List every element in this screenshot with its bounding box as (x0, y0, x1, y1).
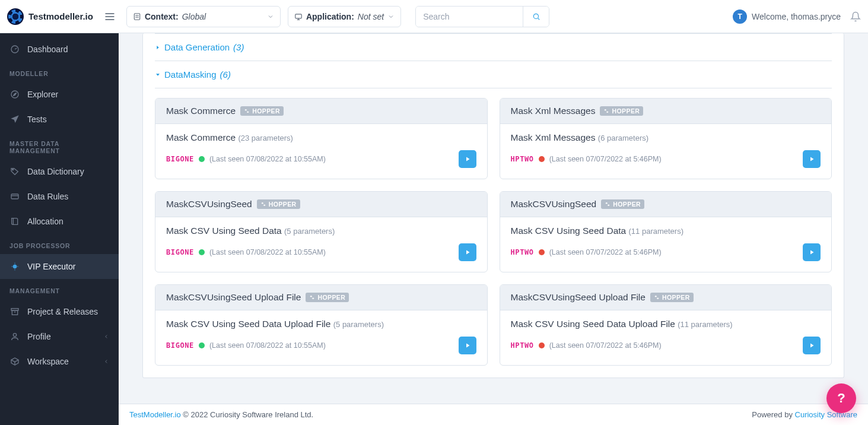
host-name: BIGONE (166, 341, 194, 350)
run-button[interactable] (803, 243, 821, 261)
card-description: Mask CSV Using Seed Data (5 parameters) (166, 226, 476, 236)
run-button[interactable] (459, 150, 476, 168)
svg-point-20 (13, 265, 17, 269)
status-dot-icon (539, 156, 545, 162)
sidebar-item-tests[interactable]: Tests (0, 107, 119, 132)
sidebar-item-explorer[interactable]: Explorer (0, 82, 119, 107)
desc-text: Mask CSV Using Seed Data (166, 226, 282, 236)
user-menu[interactable]: T Welcome, thomas.pryce (733, 9, 841, 24)
executor-card: MaskCSVUsingSeedHOPPERMask CSV Using See… (155, 191, 488, 272)
sidebar-item-workspace[interactable]: Workspace (0, 349, 119, 374)
svg-point-67 (655, 296, 657, 297)
bell-icon[interactable] (850, 11, 861, 22)
sidebar-item-label: VIP Executor (27, 262, 75, 271)
svg-point-40 (607, 111, 608, 113)
sidebar-item-label: Data Dictionary (27, 167, 84, 176)
hamburger-menu-icon[interactable] (100, 7, 119, 26)
sidebar-item-dashboard[interactable]: Dashboard (0, 37, 119, 62)
run-button[interactable] (459, 337, 476, 354)
application-selector[interactable]: Application: Not set (288, 6, 401, 27)
badge-label: HOPPER (662, 294, 690, 301)
hopper-badge: HOPPER (306, 293, 349, 302)
svg-point-61 (313, 297, 314, 299)
user-icon (9, 331, 20, 342)
svg-point-28 (13, 334, 16, 337)
param-count: (23 parameters) (238, 134, 292, 142)
search-button[interactable] (523, 7, 549, 27)
svg-point-33 (247, 111, 249, 113)
svg-point-46 (262, 202, 263, 204)
cards-grid: Mask CommerceHOPPERMask Commerce (23 par… (155, 88, 832, 366)
svg-rect-4 (136, 15, 137, 16)
card-header: MaskCSVUsingSeedHOPPER (155, 192, 487, 217)
card-description: Mask CSV Using Seed Data Upload File (11… (511, 319, 821, 329)
accordion-title: Data Generation (164, 42, 230, 52)
sidebar-item-data-dictionary[interactable]: Data Dictionary (0, 159, 119, 184)
card-description: Mask Xml Messages (6 parameters) (511, 132, 821, 143)
executor-card: Mask CommerceHOPPERMask Commerce (23 par… (155, 98, 488, 179)
card-title: Mask Xml Messages (511, 106, 596, 116)
cog-icon (603, 108, 609, 114)
svg-point-60 (311, 296, 313, 297)
compass-icon (9, 89, 20, 100)
card-header: Mask Xml MessagesHOPPER (500, 99, 832, 124)
content-card: Data Generation (3) DataMasking (6) Mask… (142, 33, 844, 378)
sidebar-item-allocation[interactable]: Allocation (0, 209, 119, 234)
sidebar-item-label: Project & Releases (27, 307, 98, 316)
footer-powered-by: Powered by (752, 410, 794, 419)
svg-point-16 (12, 169, 14, 170)
global-search (415, 6, 549, 27)
status-dot-icon (199, 156, 205, 162)
page-scroll[interactable]: Data Generation (3) DataMasking (6) Mask… (119, 33, 868, 404)
run-button[interactable] (459, 243, 476, 261)
run-button[interactable] (803, 150, 821, 168)
sidebar-item-data-rules[interactable]: Data Rules (0, 184, 119, 209)
accordion-data-masking[interactable]: DataMasking (6) (155, 61, 832, 88)
card-meta: BIGONE(Last seen 07/08/2022 at 10:55AM) (166, 150, 476, 168)
last-seen-text: (Last seen 07/07/2022 at 5:46PM) (549, 248, 662, 256)
play-icon (808, 156, 815, 163)
sidebar-item-project-releases[interactable]: Project & Releases (0, 299, 119, 324)
search-icon (532, 12, 540, 21)
topbar: Testmodeller.io Context: Global Applicat… (0, 0, 868, 33)
sidebar-item-vip-executor[interactable]: VIP Executor (0, 254, 119, 279)
bug-icon (9, 261, 20, 272)
footer-brand-link[interactable]: TestModeller.io (129, 410, 181, 419)
card-description: Mask Commerce (23 parameters) (166, 132, 476, 143)
desc-text: Mask CSV Using Seed Data (511, 226, 627, 236)
context-icon (133, 12, 141, 21)
svg-point-47 (263, 204, 265, 206)
param-count: (6 parameters) (598, 134, 648, 142)
hopper-badge: HOPPER (257, 199, 300, 209)
host-name: BIGONE (166, 155, 194, 163)
application-label: Application: (306, 12, 354, 21)
brand-logo[interactable]: Testmodeller.io (7, 8, 93, 25)
search-input[interactable] (416, 7, 523, 27)
brand-logo-disc (7, 8, 24, 25)
run-button[interactable] (803, 337, 821, 354)
sidebar-item-label: Profile (27, 332, 51, 341)
last-seen-text: (Last seen 07/08/2022 at 10:55AM) (209, 155, 326, 163)
card-body: Mask CSV Using Seed Data Upload File (5 … (155, 310, 487, 365)
svg-rect-17 (11, 194, 18, 199)
sidebar-section-job-proc: JOB PROCESSOR (0, 234, 119, 254)
status-dot-icon (539, 249, 545, 255)
context-selector[interactable]: Context: Global (126, 6, 281, 27)
play-icon (464, 156, 471, 163)
question-mark-icon: ? (837, 391, 845, 406)
accordion-data-generation[interactable]: Data Generation (3) (155, 33, 832, 61)
svg-point-68 (657, 297, 659, 299)
param-count: (11 parameters) (629, 227, 683, 236)
card-icon (9, 191, 20, 202)
svg-marker-15 (13, 93, 16, 96)
help-fab[interactable]: ? (826, 383, 856, 413)
card-title: MaskCSVUsingSeed (166, 199, 252, 210)
status-dot-icon (199, 342, 205, 348)
svg-marker-73 (810, 344, 814, 348)
card-body: Mask Xml Messages (6 parameters)HPTWO(La… (500, 124, 832, 179)
sidebar-item-profile[interactable]: Profile (0, 324, 119, 349)
sidebar-item-label: Tests (27, 115, 47, 124)
play-icon (464, 249, 471, 256)
cog-icon (654, 294, 660, 300)
hopper-badge: HOPPER (601, 199, 644, 209)
